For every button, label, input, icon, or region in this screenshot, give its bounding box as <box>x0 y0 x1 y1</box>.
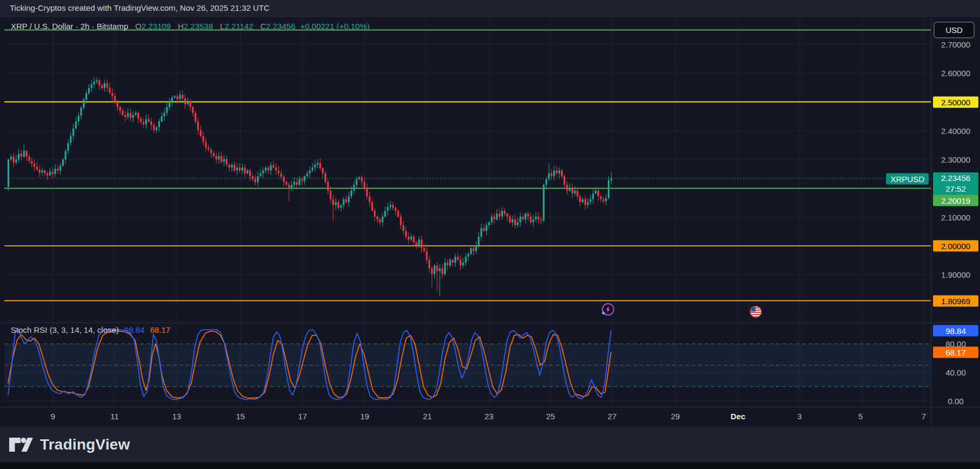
ohlc-open: O2.23109 <box>133 22 171 31</box>
symbol-legend: XRP / U.S. Dollar · 2h · Bitstamp O2.231… <box>11 21 370 31</box>
stoch-rsi-legend[interactable]: Stoch RSI (3, 3, 14, 14, close) 98.84 68… <box>11 325 170 334</box>
time-axis-label: 13 <box>172 412 182 421</box>
stoch-rsi-title: Stoch RSI (3, 3, 14, 14, close) <box>11 325 119 334</box>
time-axis-label: 11 <box>110 412 119 421</box>
snapshot-title: Ticking-Cryptos created with TradingView… <box>10 3 270 12</box>
price-axis-label: 2.10000 <box>933 212 978 222</box>
price-axis-label: 2.30000 <box>933 155 978 164</box>
time-axis-label: 29 <box>671 412 680 421</box>
symbol-description[interactable]: XRP / U.S. Dollar · 2h · Bitstamp <box>11 22 128 31</box>
time-axis-label: 27 <box>608 412 617 421</box>
time-axis-label: Dec <box>730 412 746 421</box>
price-axis-label: 2.40000 <box>933 126 978 135</box>
time-axis-label: 25 <box>546 412 555 421</box>
price-line-badge: 1.80969 <box>933 295 978 306</box>
time-axis-label: 21 <box>423 412 432 421</box>
time-axis-label: 17 <box>298 412 307 421</box>
time-axis-label: 7 <box>922 412 926 421</box>
rsi-axis-label: 0.00 <box>933 397 978 406</box>
price-axis-label: 2.70000 <box>933 40 978 49</box>
price-change: +0.00221 (+0.10%) <box>300 22 370 31</box>
tradingview-snapshot: Ticking-Cryptos created with TradingView… <box>0 0 980 469</box>
current-price-badge: 2.23456 27:52 <box>933 172 978 195</box>
price-axis-label: 2.60000 <box>933 69 978 78</box>
ohlc-close: C2.23456 <box>258 22 296 31</box>
bar-countdown: 27:52 <box>933 184 978 195</box>
time-axis[interactable] <box>0 407 931 427</box>
chart-canvas[interactable] <box>0 16 980 427</box>
price-line-badge: 2.50000 <box>933 96 978 108</box>
us-flag-event-icon[interactable] <box>749 305 763 319</box>
stoch-rsi-k-value: 98.84 <box>124 325 145 334</box>
price-line-badge: 2.00000 <box>933 240 978 252</box>
pane-divider[interactable] <box>0 323 980 323</box>
header-divider <box>0 16 980 17</box>
time-axis-divider <box>0 407 980 407</box>
rsi-value-badge: 98.84 <box>933 325 978 336</box>
tradingview-logo-text: TradingView <box>40 436 130 453</box>
price-axis-label: 1.90000 <box>933 270 978 279</box>
price-line-symbol-label: XRPUSD <box>886 173 929 185</box>
ohlc-low: L2.21142 <box>218 22 253 31</box>
time-axis-label: 15 <box>236 412 245 421</box>
time-axis-label: 19 <box>360 412 370 421</box>
current-price-value: 2.23456 <box>933 173 978 184</box>
price-line-badge: 2.20019 <box>933 195 978 206</box>
price-axis-divider <box>931 16 931 427</box>
bottom-strip <box>0 462 980 469</box>
stoch-rsi-d-value: 68.17 <box>150 325 171 334</box>
flash-event-icon[interactable] <box>601 303 615 318</box>
tradingview-logo-icon <box>9 437 33 453</box>
time-axis-label: 9 <box>51 412 55 421</box>
rsi-value-badge: 68.17 <box>933 347 978 358</box>
time-axis-label: 23 <box>485 412 494 421</box>
time-axis-label: 3 <box>797 412 802 421</box>
snapshot-header: Ticking-Cryptos created with TradingView… <box>0 0 980 16</box>
rsi-axis-label: 40.00 <box>933 368 978 377</box>
attribution-bar: TradingView <box>0 427 980 462</box>
time-axis-label: 5 <box>858 412 863 421</box>
ohlc-high: H2.23538 <box>176 22 213 31</box>
tradingview-logo[interactable]: TradingView <box>9 436 130 453</box>
